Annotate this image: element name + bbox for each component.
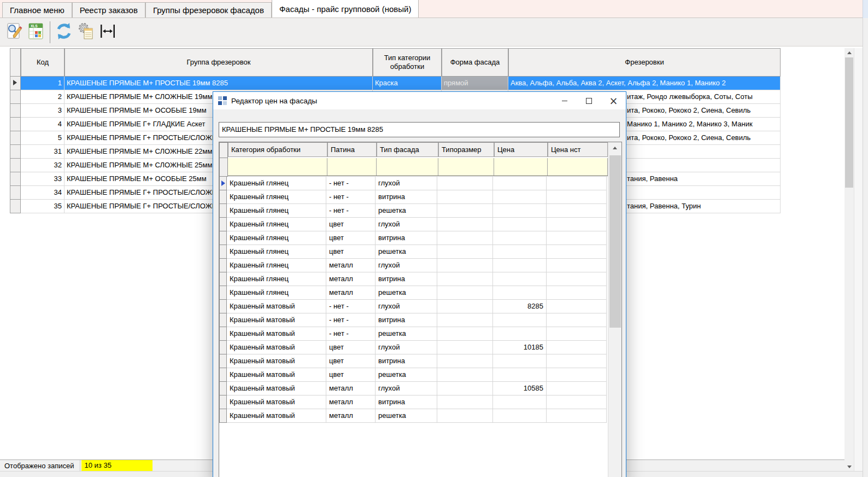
cell-patina[interactable]: - нет - [326,313,376,327]
column-header-code[interactable]: Код [21,48,64,77]
cell-price-nst[interactable] [547,190,607,204]
cell-facade-type[interactable]: глухой [376,382,437,395]
cell-patina[interactable]: металл [326,286,376,300]
cell-patina[interactable]: металл [326,395,376,409]
cell-price-nst[interactable] [547,341,607,354]
export-xls-button[interactable]: XLS [25,21,47,44]
cell-size[interactable] [437,231,493,245]
cell-price-nst[interactable] [547,327,607,341]
price-row[interactable]: Крашеный матовыйметаллрешетка [219,409,621,423]
cell-price-nst[interactable] [547,272,607,286]
cell-facade-type[interactable]: витрина [376,190,437,204]
cell-processing-category[interactable]: Крашеный глянец [227,286,326,300]
cell-price-nst[interactable] [547,368,607,382]
cell-processing-category[interactable]: Крашеный матовый [227,409,326,423]
filter-input-price-nst[interactable] [548,158,608,176]
cell-code[interactable]: 4 [21,118,64,131]
tab-main-menu[interactable]: Главное меню [2,2,72,18]
cell-size[interactable] [437,327,493,341]
cell-price-nst[interactable] [547,395,607,409]
price-grid-vertical-scrollbar[interactable] [608,142,621,477]
price-row[interactable]: Крашеный глянец- нет -решетка [219,204,621,218]
view-edit-button[interactable] [3,21,25,44]
price-row[interactable]: Крашеный матовый- нет -глухой8285 [219,300,621,313]
cell-code[interactable]: 35 [21,200,64,213]
cell-size[interactable] [437,300,493,313]
cell-size[interactable] [437,218,493,231]
cell-facade-type[interactable]: решетка [376,245,437,259]
column-header-size[interactable]: Типоразмер [438,142,494,157]
filter-input-size[interactable] [438,158,494,176]
cell-patina[interactable]: - нет - [326,300,376,313]
cell-size[interactable] [437,204,493,218]
cell-price[interactable] [493,395,547,409]
cell-processing-category[interactable]: Крашеный матовый [227,313,326,327]
price-row[interactable]: Крашеный матовый- нет -витрина [219,313,621,327]
cell-patina[interactable]: - нет - [326,177,376,190]
fit-width-button[interactable] [97,21,119,44]
filter-input-patina[interactable] [327,158,377,176]
close-button[interactable]: × [601,92,626,109]
cell-price[interactable] [493,245,547,259]
price-row[interactable]: Крашеный матовыйцветвитрина [219,354,621,368]
filter-input-category[interactable] [228,158,327,176]
cell-price[interactable] [493,286,547,300]
cell-processing-category[interactable]: Крашеный матовый [227,382,326,395]
tab-facades-group-price[interactable]: Фасады - прайс групповой (новый) [272,0,419,18]
column-header-facade-type[interactable]: Тип фасада [377,142,438,157]
minimize-button[interactable] [552,92,577,109]
cell-price[interactable] [493,259,547,272]
price-row[interactable]: Крашеный глянецметаллрешетка [219,286,621,300]
price-row[interactable]: Крашеный матовыйцветглухой10185 [219,341,621,354]
cell-processing-category[interactable]: Крашеный матовый [227,354,326,368]
cell-facade-type[interactable]: витрина [376,395,437,409]
cell-facade-shape[interactable]: прямой [442,77,508,90]
column-header-price[interactable]: Цена [494,142,548,157]
price-row[interactable]: Крашеный глянец- нет -витрина [219,190,621,204]
cell-price-nst[interactable] [547,231,607,245]
column-header-processing-category[interactable]: Категория обработки [228,142,327,157]
cell-price[interactable] [493,218,547,231]
maximize-button[interactable] [577,92,601,109]
cell-price[interactable]: 10185 [493,341,547,354]
cell-facade-type[interactable]: решетка [376,409,437,423]
cell-size[interactable] [437,409,493,423]
cell-facade-type[interactable]: решетка [376,327,437,341]
cell-facade-type[interactable]: глухой [376,300,437,313]
cell-price[interactable] [493,409,547,423]
price-row[interactable]: Крашеный матовыйметаллвитрина [219,395,621,409]
cell-price-nst[interactable] [547,409,607,423]
cell-processing-category[interactable]: Крашеный глянец [227,245,326,259]
cell-facade-type[interactable]: глухой [376,218,437,231]
scroll-up-arrow-icon[interactable] [608,143,621,153]
price-row[interactable]: Крашеный глянеццветрешетка [219,245,621,259]
cell-facade-type[interactable]: глухой [376,341,437,354]
price-row[interactable]: Крашеный матовыйметаллглухой10585 [219,382,621,395]
cell-group[interactable]: КРАШЕНЫЕ ПРЯМЫЕ М+ ПРОСТЫЕ 19мм 8285 [64,77,373,90]
cell-price[interactable] [493,272,547,286]
cell-processing-category[interactable]: Крашеный матовый [227,300,326,313]
cell-size[interactable] [437,354,493,368]
cell-facade-type[interactable]: витрина [376,231,437,245]
cell-price-nst[interactable] [547,300,607,313]
cell-size[interactable] [437,313,493,327]
cell-size[interactable] [437,368,493,382]
cell-patina[interactable]: цвет [326,245,376,259]
cell-price[interactable] [493,327,547,341]
settings-grid-button[interactable] [75,21,97,44]
cell-processing-category[interactable]: Крашеный матовый [227,395,326,409]
scroll-down-arrow-icon[interactable] [844,462,854,472]
group-name-field[interactable]: КРАШЕНЫЕ ПРЯМЫЕ М+ ПРОСТЫЕ 19мм 8285 [219,122,620,137]
cell-millings[interactable]: Аква, Альфа, Альба, Аква 2, Аскет, Альфа… [508,77,781,90]
cell-price[interactable] [493,190,547,204]
tab-orders-registry[interactable]: Реестр заказов [72,2,145,18]
cell-price[interactable] [493,231,547,245]
cell-patina[interactable]: металл [326,409,376,423]
facade-group-row[interactable]: 1КРАШЕНЫЕ ПРЯМЫЕ М+ ПРОСТЫЕ 19мм 8285Кра… [10,77,781,90]
cell-code[interactable]: 3 [21,104,64,118]
cell-facade-type[interactable]: витрина [376,354,437,368]
scrollbar-thumb[interactable] [845,57,853,188]
cell-processing-category[interactable]: Крашеный глянец [227,177,326,190]
column-header-category-type[interactable]: Тип категории обработки [373,48,442,77]
price-row[interactable]: Крашеный глянец- нет -глухой [219,177,621,190]
